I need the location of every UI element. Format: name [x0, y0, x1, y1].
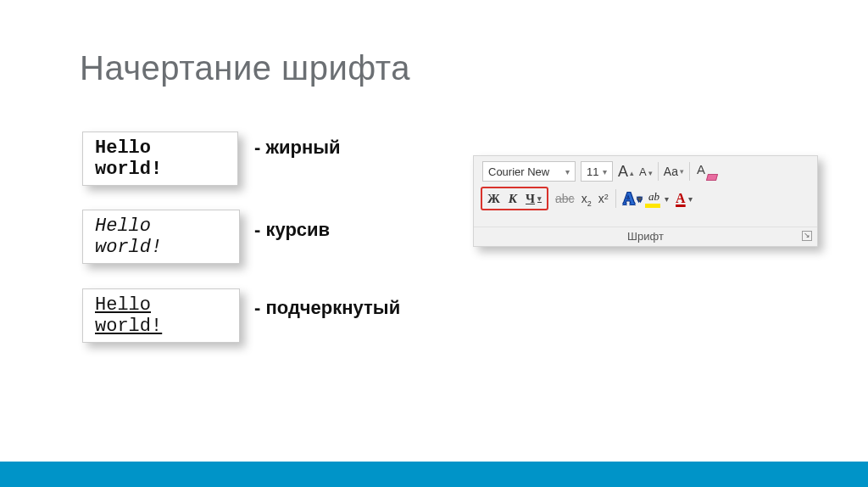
grow-font-icon: А	[618, 163, 628, 181]
label-underline: - подчеркнутый	[254, 297, 400, 319]
eraser-icon	[706, 174, 718, 181]
grow-font-button[interactable]: А▴	[618, 163, 634, 181]
sample-box-italic: Hello world!	[82, 210, 240, 264]
label-bold: - жирный	[254, 137, 341, 159]
sample-text-bold: Hello world!	[95, 137, 162, 180]
sample-box-underline: Hello world!	[82, 288, 240, 343]
font-size-dropdown[interactable]: 11	[581, 161, 613, 182]
ribbon-group-label: Шрифт	[474, 227, 817, 243]
sample-text-underline: Hello world!	[95, 294, 162, 337]
subscript-x: x	[581, 192, 587, 205]
font-color-button[interactable]: А ▾	[676, 191, 693, 206]
change-case-button[interactable]: Аа▾	[664, 165, 684, 178]
underline-button[interactable]: Ч▾	[526, 192, 542, 206]
strikethrough-button[interactable]: abc	[555, 192, 575, 205]
shrink-font-button[interactable]: А▾	[639, 165, 653, 178]
separator	[689, 162, 690, 181]
shrink-font-icon: А	[639, 165, 647, 178]
subscript-button[interactable]: x2	[581, 191, 592, 206]
superscript-2: 2	[604, 193, 609, 201]
superscript-button[interactable]: x2	[598, 191, 609, 206]
up-arrow-icon: ▴	[630, 169, 634, 177]
font-ribbon-group: Courier New 11 А▴ А▾ Аа▾ А Ж К Ч▾ abc x2	[473, 155, 818, 247]
slide-title: Начертание шрифта	[80, 49, 410, 87]
highlight-bar-icon	[645, 204, 660, 208]
dialog-launcher-button[interactable]: ↘	[802, 231, 812, 241]
change-case-icon: Аа	[664, 165, 678, 178]
highlight-color-icon: ab	[648, 190, 660, 208]
underline-glyph: Ч	[526, 192, 535, 206]
ribbon-row-1: Courier New 11 А▴ А▾ Аа▾ А	[474, 156, 817, 185]
dropdown-arrow-icon: ▾	[680, 167, 684, 176]
bottom-accent-bar	[0, 462, 868, 487]
font-color-a: А	[676, 191, 686, 206]
dropdown-arrow-icon: ▾	[537, 194, 542, 203]
sample-box-bold: Hello world!	[82, 132, 238, 186]
font-color-icon: А	[676, 191, 686, 206]
sample-text-italic: Hello world!	[95, 216, 162, 258]
clear-formatting-button[interactable]: А	[695, 163, 712, 180]
dropdown-arrow-icon: ▾	[688, 194, 693, 204]
separator	[615, 189, 616, 208]
dropdown-arrow-icon: ▾	[665, 194, 669, 204]
highlight-abc: ab	[648, 190, 659, 204]
highlight-color-button[interactable]: ab ▾	[648, 190, 669, 208]
ribbon-row-2: Ж К Ч▾ abc x2 x2 A▾ ab ▾ А ▾	[474, 185, 817, 210]
clear-formatting-a-icon: А	[697, 162, 705, 176]
superscript-x: x	[598, 192, 604, 205]
dropdown-arrow-icon: ▾	[637, 194, 642, 204]
text-effects-icon: A	[623, 189, 635, 209]
italic-button[interactable]: К	[509, 192, 517, 206]
bold-button[interactable]: Ж	[487, 192, 500, 206]
font-name-dropdown[interactable]: Courier New	[482, 161, 576, 182]
down-arrow-icon: ▾	[648, 169, 653, 177]
subscript-2: 2	[587, 199, 592, 208]
font-style-highlight-box: Ж К Ч▾	[481, 187, 548, 210]
label-italic: - курсив	[254, 219, 330, 241]
separator	[658, 162, 659, 181]
text-effects-button[interactable]: A▾	[623, 189, 642, 209]
